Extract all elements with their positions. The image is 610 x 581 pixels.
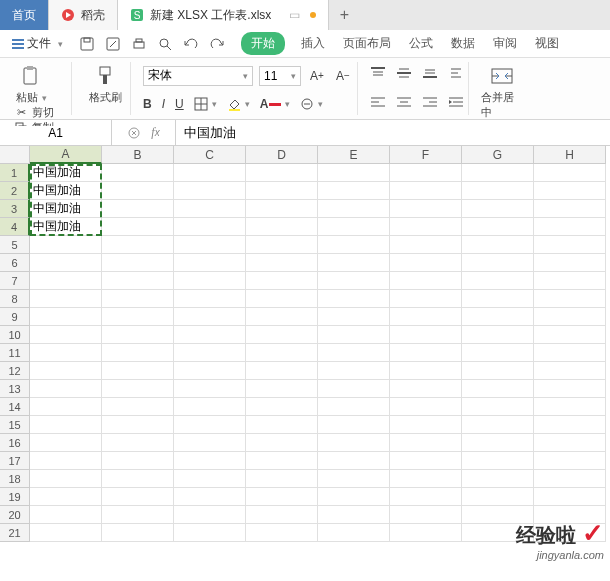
cell[interactable] [30, 236, 102, 254]
align-right-button[interactable] [422, 96, 438, 110]
cell[interactable] [246, 416, 318, 434]
cell[interactable] [174, 182, 246, 200]
column-header[interactable]: G [462, 146, 534, 164]
cancel-icon[interactable] [127, 126, 141, 140]
cell[interactable] [174, 362, 246, 380]
row-header[interactable]: 14 [0, 398, 30, 416]
cell[interactable] [30, 524, 102, 542]
cell[interactable] [534, 182, 606, 200]
cell[interactable] [462, 380, 534, 398]
cell[interactable] [102, 434, 174, 452]
cell[interactable] [102, 182, 174, 200]
cell[interactable] [174, 398, 246, 416]
row-header[interactable]: 9 [0, 308, 30, 326]
row-header[interactable]: 21 [0, 524, 30, 542]
row-header[interactable]: 15 [0, 416, 30, 434]
row-header[interactable]: 16 [0, 434, 30, 452]
cell[interactable] [318, 164, 390, 182]
column-header[interactable]: B [102, 146, 174, 164]
cell[interactable] [174, 416, 246, 434]
cell[interactable] [462, 200, 534, 218]
cell[interactable] [174, 254, 246, 272]
cell[interactable] [318, 254, 390, 272]
cell[interactable] [30, 488, 102, 506]
cell[interactable] [318, 326, 390, 344]
row-header[interactable]: 11 [0, 344, 30, 362]
font-name-select[interactable]: 宋体▾ [143, 66, 253, 86]
cell[interactable] [534, 506, 606, 524]
cell[interactable] [102, 254, 174, 272]
font-size-select[interactable]: 11▾ [259, 66, 301, 86]
cell[interactable] [246, 380, 318, 398]
cell[interactable] [534, 290, 606, 308]
cell[interactable] [390, 452, 462, 470]
cell[interactable] [30, 506, 102, 524]
cell[interactable] [390, 254, 462, 272]
border-button[interactable]: ▾ [194, 97, 217, 111]
cell[interactable] [102, 236, 174, 254]
cell[interactable] [390, 344, 462, 362]
cell[interactable] [534, 434, 606, 452]
align-bottom-button[interactable] [422, 67, 438, 81]
save-icon[interactable] [79, 36, 95, 52]
cell[interactable] [462, 164, 534, 182]
cell[interactable] [102, 524, 174, 542]
align-middle-button[interactable] [396, 67, 412, 81]
cell[interactable] [102, 416, 174, 434]
cell[interactable] [102, 398, 174, 416]
cell[interactable] [462, 362, 534, 380]
cell[interactable] [534, 236, 606, 254]
row-header[interactable]: 8 [0, 290, 30, 308]
cell[interactable] [30, 398, 102, 416]
cell[interactable] [246, 236, 318, 254]
column-header[interactable]: E [318, 146, 390, 164]
row-header[interactable]: 7 [0, 272, 30, 290]
cell[interactable] [390, 362, 462, 380]
print-icon[interactable] [131, 36, 147, 52]
cell[interactable] [318, 272, 390, 290]
spreadsheet-grid[interactable]: ABCDEFGH 1中国加油2中国加油3中国加油4中国加油56789101112… [0, 146, 610, 542]
cell[interactable] [534, 200, 606, 218]
cell[interactable] [390, 182, 462, 200]
format-painter-button[interactable]: 格式刷 [84, 62, 126, 105]
cell[interactable] [318, 452, 390, 470]
cell[interactable] [318, 416, 390, 434]
cell[interactable] [318, 218, 390, 236]
row-header[interactable]: 13 [0, 380, 30, 398]
cell[interactable] [246, 434, 318, 452]
cell[interactable] [102, 344, 174, 362]
row-header[interactable]: 19 [0, 488, 30, 506]
cell[interactable] [30, 290, 102, 308]
cell[interactable] [174, 434, 246, 452]
cell[interactable] [246, 200, 318, 218]
cell[interactable]: 中国加油 [30, 182, 102, 200]
cell[interactable] [102, 470, 174, 488]
paste-button[interactable]: 粘贴▾ [10, 62, 52, 105]
cell[interactable] [534, 488, 606, 506]
cell[interactable] [174, 470, 246, 488]
cell[interactable] [534, 362, 606, 380]
cell[interactable] [102, 506, 174, 524]
cell[interactable] [102, 380, 174, 398]
tab-review[interactable]: 审阅 [491, 31, 519, 56]
cell[interactable] [390, 272, 462, 290]
cell[interactable] [174, 200, 246, 218]
cell[interactable] [462, 290, 534, 308]
tab-view[interactable]: 视图 [533, 31, 561, 56]
font-color-button[interactable]: A▾ [260, 97, 291, 111]
cell[interactable] [462, 470, 534, 488]
cell[interactable] [318, 200, 390, 218]
cell[interactable] [246, 272, 318, 290]
cell[interactable] [318, 344, 390, 362]
cell[interactable] [534, 218, 606, 236]
cell[interactable] [102, 362, 174, 380]
cell[interactable] [102, 326, 174, 344]
name-box-input[interactable] [6, 126, 106, 140]
cell[interactable] [318, 470, 390, 488]
cell[interactable] [462, 308, 534, 326]
cell[interactable] [534, 470, 606, 488]
underline-button[interactable]: U [175, 97, 184, 111]
cell[interactable] [246, 398, 318, 416]
cell[interactable] [390, 236, 462, 254]
tab-insert[interactable]: 插入 [299, 31, 327, 56]
